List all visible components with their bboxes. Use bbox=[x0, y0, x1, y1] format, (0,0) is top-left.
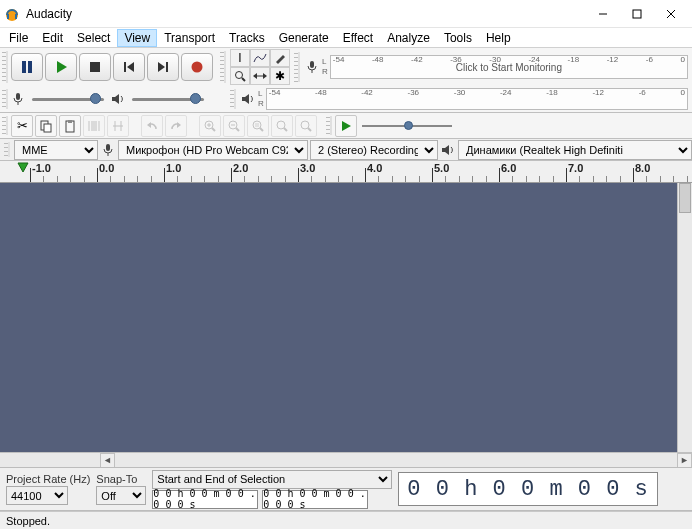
svg-point-49 bbox=[277, 121, 285, 129]
menubar: FileEditSelectViewTransportTracksGenerat… bbox=[0, 28, 692, 48]
svg-marker-37 bbox=[147, 122, 151, 128]
skip-end-button[interactable] bbox=[147, 53, 179, 81]
titlebar: Audacity bbox=[0, 0, 692, 28]
skip-start-button[interactable] bbox=[113, 53, 145, 81]
envelope-tool[interactable] bbox=[250, 49, 270, 67]
svg-marker-56 bbox=[442, 145, 449, 155]
selection-end-time[interactable]: 0 0 h 0 0 m 0 0 . 0 0 0 s bbox=[262, 490, 368, 509]
record-button[interactable] bbox=[181, 53, 213, 81]
speaker-icon bbox=[440, 142, 456, 158]
toolbar-grip[interactable] bbox=[294, 52, 300, 82]
svg-rect-11 bbox=[124, 62, 126, 72]
menu-tracks[interactable]: Tracks bbox=[222, 29, 272, 47]
close-button[interactable] bbox=[654, 3, 688, 25]
pause-button[interactable] bbox=[11, 53, 43, 81]
playback-meter[interactable]: -54-48-42-36-30-24-18-12-60 bbox=[266, 88, 688, 110]
toolbar-grip[interactable] bbox=[326, 116, 332, 135]
svg-marker-22 bbox=[253, 73, 257, 79]
status-text: Stopped. bbox=[6, 515, 50, 527]
silence-button[interactable] bbox=[107, 115, 129, 137]
paste-button[interactable] bbox=[59, 115, 81, 137]
svg-rect-54 bbox=[106, 144, 110, 151]
undo-button[interactable] bbox=[141, 115, 163, 137]
zoom-in-button[interactable] bbox=[199, 115, 221, 137]
app-logo bbox=[4, 6, 20, 22]
zoom-tool[interactable] bbox=[230, 67, 250, 85]
mic-icon bbox=[304, 59, 320, 75]
menu-transport[interactable]: Transport bbox=[157, 29, 222, 47]
svg-marker-12 bbox=[127, 62, 134, 72]
toolbar-grip[interactable] bbox=[220, 51, 226, 83]
zoom-toggle-button[interactable] bbox=[295, 115, 317, 137]
svg-marker-53 bbox=[342, 121, 351, 131]
scroll-right-button[interactable]: ► bbox=[677, 453, 692, 468]
playback-volume-slider[interactable] bbox=[130, 91, 206, 107]
minimize-button[interactable] bbox=[586, 3, 620, 25]
play-button[interactable] bbox=[45, 53, 77, 81]
snap-to-select[interactable]: Off bbox=[96, 486, 146, 505]
scroll-left-button[interactable]: ◄ bbox=[100, 453, 115, 468]
copy-button[interactable] bbox=[35, 115, 57, 137]
toolbar-grip[interactable] bbox=[2, 51, 8, 83]
menu-file[interactable]: File bbox=[2, 29, 35, 47]
svg-rect-24 bbox=[310, 61, 314, 68]
stop-button[interactable] bbox=[79, 53, 111, 81]
selection-tool[interactable]: I bbox=[230, 49, 250, 67]
zoom-out-button[interactable] bbox=[223, 115, 245, 137]
menu-select[interactable]: Select bbox=[70, 29, 117, 47]
meter-lr-label: LR bbox=[322, 57, 328, 77]
svg-point-19 bbox=[236, 72, 243, 79]
edit-toolbar: ✂ bbox=[0, 113, 692, 139]
playback-speed-slider[interactable] bbox=[362, 119, 452, 133]
menu-effect[interactable]: Effect bbox=[336, 29, 380, 47]
svg-marker-26 bbox=[242, 94, 249, 104]
mic-icon bbox=[100, 142, 116, 158]
multi-tool[interactable]: ✱ bbox=[270, 67, 290, 85]
recording-device-select[interactable]: Микрофон (HD Pro Webcam C920 bbox=[118, 140, 308, 160]
menu-help[interactable]: Help bbox=[479, 29, 518, 47]
vertical-scrollbar[interactable] bbox=[677, 183, 692, 452]
svg-line-44 bbox=[236, 128, 239, 131]
cut-button[interactable]: ✂ bbox=[11, 115, 33, 137]
draw-tool[interactable] bbox=[270, 49, 290, 67]
svg-marker-38 bbox=[177, 122, 181, 128]
svg-rect-30 bbox=[68, 120, 72, 123]
menu-view[interactable]: View bbox=[117, 29, 157, 47]
playback-device-select[interactable]: Динамики (Realtek High Definiti bbox=[458, 140, 692, 160]
recording-meter[interactable]: -54-48-42-36-30-24-18-12-60 Click to Sta… bbox=[330, 55, 688, 79]
svg-point-51 bbox=[301, 121, 309, 129]
toolbar-grip[interactable] bbox=[2, 116, 8, 135]
svg-line-50 bbox=[284, 128, 287, 131]
trim-button[interactable] bbox=[83, 115, 105, 137]
svg-rect-28 bbox=[44, 124, 51, 132]
svg-marker-13 bbox=[158, 62, 165, 72]
toolbar-grip[interactable] bbox=[230, 89, 236, 109]
toolbar-grip[interactable] bbox=[4, 142, 10, 157]
fit-selection-button[interactable] bbox=[247, 115, 269, 137]
recording-volume-slider[interactable] bbox=[30, 91, 106, 107]
track-area[interactable] bbox=[0, 183, 692, 452]
menu-analyze[interactable]: Analyze bbox=[380, 29, 437, 47]
maximize-button[interactable] bbox=[620, 3, 654, 25]
recording-channels-select[interactable]: 2 (Stereo) Recording Chann bbox=[310, 140, 438, 160]
fit-project-button[interactable] bbox=[271, 115, 293, 137]
toolbar-grip[interactable] bbox=[2, 89, 8, 109]
timeshift-tool[interactable] bbox=[250, 67, 270, 85]
selection-mode-select[interactable]: Start and End of Selection bbox=[152, 470, 392, 489]
svg-line-52 bbox=[308, 128, 311, 131]
audio-host-select[interactable]: MME bbox=[14, 140, 98, 160]
redo-button[interactable] bbox=[165, 115, 187, 137]
svg-line-20 bbox=[242, 78, 245, 81]
horizontal-scrollbar[interactable]: ◄ ► bbox=[0, 452, 692, 467]
snap-to-label: Snap-To bbox=[96, 473, 146, 485]
status-bar: Stopped. bbox=[0, 511, 692, 529]
audio-position-display[interactable]: 0 0 h 0 0 m 0 0 s bbox=[398, 472, 657, 506]
menu-tools[interactable]: Tools bbox=[437, 29, 479, 47]
play-at-speed-button[interactable] bbox=[335, 115, 357, 137]
timeline-ruler[interactable]: -1.00.01.02.03.04.05.06.07.08.09.0 bbox=[0, 161, 692, 183]
svg-point-15 bbox=[192, 62, 203, 73]
selection-start-time[interactable]: 0 0 h 0 0 m 0 0 . 0 0 0 s bbox=[152, 490, 258, 509]
project-rate-select[interactable]: 44100 bbox=[6, 486, 68, 505]
menu-generate[interactable]: Generate bbox=[272, 29, 336, 47]
menu-edit[interactable]: Edit bbox=[35, 29, 70, 47]
